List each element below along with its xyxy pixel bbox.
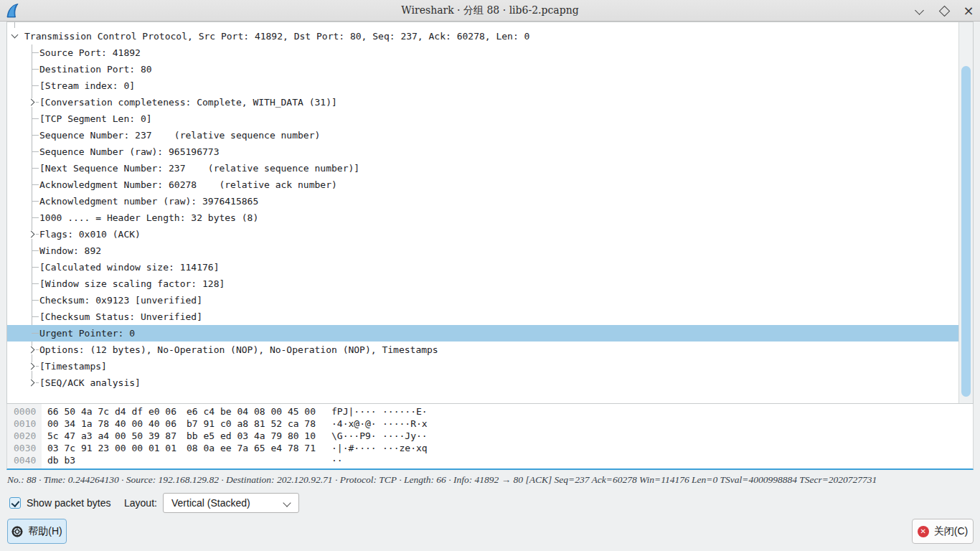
- tree-row[interactable]: Flags: 0x010 (ACK): [7, 226, 958, 242]
- chevron-right-icon[interactable]: [27, 98, 36, 107]
- window-title: Wireshark · 分组 88 · lib6-2.pcapng: [0, 0, 980, 21]
- tree-row[interactable]: [TCP Segment Len: 0]: [7, 110, 958, 127]
- tree-row-label: Acknowledgment Number: 60278 (relative a…: [39, 176, 337, 193]
- hex-ascii: ·4·x@·@·: [331, 418, 377, 430]
- hex-offset: 0040: [14, 454, 36, 466]
- tree-row[interactable]: [Stream index: 0]: [7, 77, 958, 94]
- tree-scrollbar[interactable]: [958, 22, 973, 403]
- close-red-icon: ✕: [918, 526, 929, 537]
- layout-select[interactable]: Vertical (Stacked): [163, 493, 299, 513]
- hex-offset: 0010: [14, 418, 36, 430]
- hex-row[interactable]: 0040db b3··: [7, 454, 973, 466]
- hex-ascii: ····Jy··: [382, 430, 428, 442]
- hex-offset: 0030: [14, 442, 36, 454]
- hex-offset: 0000: [14, 405, 36, 418]
- chevron-right-icon[interactable]: [27, 362, 36, 371]
- titlebar: Wireshark · 分组 88 · lib6-2.pcapng ×: [0, 0, 980, 22]
- packet-bytes-pane[interactable]: 000066 50 4a 7c d4 df e0 06e6 c4 be 04 0…: [6, 404, 974, 470]
- hex-bytes: 5c 47 a3 a4 00 50 39 87: [47, 430, 176, 442]
- tree-connector-tick: [32, 250, 39, 251]
- packet-detail-tree: Transmission Control Protocol, Src Port:…: [6, 22, 974, 404]
- help-icon: [11, 526, 23, 537]
- tree-scrollbar-thumb[interactable]: [961, 66, 971, 397]
- hex-offset: 0020: [14, 430, 36, 442]
- hex-row[interactable]: 001000 34 1a 78 40 00 40 06b7 91 c0 a8 8…: [7, 418, 973, 430]
- tree-row-label: [TCP Segment Len: 0]: [39, 110, 152, 127]
- controls-row: Show packet bytes Layout: Vertical (Stac…: [0, 492, 980, 514]
- tree-row[interactable]: Transmission Control Protocol, Src Port:…: [7, 28, 958, 44]
- tree-row[interactable]: [Window size scaling factor: 128]: [7, 276, 958, 292]
- tree-row-label: [Next Sequence Number: 237 (relative seq…: [39, 160, 359, 176]
- tree-row[interactable]: Sequence Number: 237 (relative sequence …: [7, 127, 958, 143]
- minimize-icon[interactable]: [914, 5, 925, 17]
- show-packet-bytes-checkbox[interactable]: [9, 497, 21, 509]
- hex-bytes: e6 c4 be 04 08 00 45 00: [187, 405, 316, 418]
- chevron-right-icon[interactable]: [27, 379, 36, 387]
- chevron-down-icon: [284, 500, 290, 506]
- hex-bytes: db b3: [47, 454, 75, 466]
- tree-connector-tick: [32, 316, 39, 317]
- tree-connector-tick: [32, 333, 39, 334]
- chevron-right-icon[interactable]: [27, 230, 36, 239]
- tree-connector-tick: [32, 300, 39, 301]
- hex-ascii: ·|·#····: [331, 442, 377, 454]
- tree-row-label: Destination Port: 80: [39, 61, 152, 77]
- tree-row-label: 1000 .... = Header Length: 32 bytes (8): [39, 209, 258, 226]
- hex-ascii: ······E·: [382, 405, 428, 418]
- tree-row-label: [Stream index: 0]: [39, 77, 135, 94]
- help-button[interactable]: 帮助(H): [7, 519, 67, 544]
- tree-row[interactable]: [Next Sequence Number: 237 (relative seq…: [7, 160, 958, 176]
- maximize-icon[interactable]: [938, 5, 950, 17]
- hex-bytes: 03 7c 91 23 00 00 01 01: [47, 442, 176, 454]
- tree-row-label: Acknowledgment number (raw): 3976415865: [39, 193, 258, 209]
- tree-row-label: Checksum: 0x9123 [unverified]: [39, 292, 202, 309]
- close-button[interactable]: ✕ 关闭(C): [912, 519, 974, 544]
- tree-row[interactable]: Checksum: 0x9123 [unverified]: [7, 292, 958, 309]
- hex-bytes: 00 34 1a 78 40 00 40 06: [47, 418, 176, 430]
- hex-ascii: ··: [331, 454, 343, 466]
- tree-row-label: [Timestamps]: [39, 358, 107, 375]
- tree-row-label: Transmission Control Protocol, Src Port:…: [24, 28, 529, 44]
- chevron-down-icon[interactable]: [11, 32, 19, 41]
- tree-row[interactable]: Destination Port: 80: [7, 61, 958, 77]
- tree-connector-tick: [32, 283, 39, 284]
- hex-row[interactable]: 003003 7c 91 23 00 00 01 0108 0a ee 7a 6…: [7, 442, 973, 454]
- tree-row[interactable]: Source Port: 41892: [7, 44, 958, 61]
- tree-row-label: Urgent Pointer: 0: [39, 325, 135, 342]
- tree-connector-tick: [32, 151, 39, 152]
- tree-row-label: [Window size scaling factor: 128]: [39, 276, 225, 292]
- close-window-icon[interactable]: ×: [963, 5, 974, 17]
- tree-row-label: [Calculated window size: 114176]: [39, 259, 219, 276]
- tree-connector-tick: [32, 201, 39, 202]
- tree-row[interactable]: Urgent Pointer: 0: [7, 325, 958, 342]
- hex-ascii: ·····R·x: [382, 418, 428, 430]
- hex-row[interactable]: 000066 50 4a 7c d4 df e0 06e6 c4 be 04 0…: [7, 405, 973, 418]
- tree-connector-tick: [32, 52, 39, 53]
- hex-ascii: \G···P9·: [331, 430, 377, 442]
- tree-row[interactable]: [Conversation completeness: Complete, WI…: [7, 94, 958, 110]
- close-button-label: 关闭(C): [934, 525, 968, 538]
- layout-label: Layout:: [124, 492, 157, 514]
- tree-row[interactable]: Sequence Number (raw): 965196773: [7, 143, 958, 160]
- tree-row[interactable]: Acknowledgment Number: 60278 (relative a…: [7, 176, 958, 193]
- tree-row-label: Window: 892: [39, 242, 101, 259]
- chevron-right-icon[interactable]: [27, 346, 36, 354]
- tree-connector-tick: [32, 217, 39, 218]
- hex-row[interactable]: 00205c 47 a3 a4 00 50 39 87bb e5 ed 03 4…: [7, 430, 973, 442]
- tree-row[interactable]: [Timestamps]: [7, 358, 958, 375]
- show-packet-bytes-label[interactable]: Show packet bytes: [27, 492, 111, 514]
- hex-bytes: 66 50 4a 7c d4 df e0 06: [47, 405, 176, 418]
- tree-row[interactable]: Window: 892: [7, 242, 958, 259]
- help-button-label: 帮助(H): [28, 525, 62, 538]
- tree-row[interactable]: 1000 .... = Header Length: 32 bytes (8): [7, 209, 958, 226]
- tree-row[interactable]: [SEQ/ACK analysis]: [7, 375, 958, 391]
- tree-connector-tick: [32, 267, 39, 268]
- tree-row[interactable]: [Calculated window size: 114176]: [7, 259, 958, 276]
- hex-bytes: b7 91 c0 a8 81 52 ca 78: [187, 418, 316, 430]
- tree-row[interactable]: Acknowledgment number (raw): 3976415865: [7, 193, 958, 209]
- tree-row-label: Source Port: 41892: [39, 44, 141, 61]
- tree-row[interactable]: Options: (12 bytes), No-Operation (NOP),…: [7, 342, 958, 358]
- tree-connector-tick: [32, 184, 39, 185]
- tree-row[interactable]: [Checksum Status: Unverified]: [7, 309, 958, 325]
- tree-rows: Transmission Control Protocol, Src Port:…: [7, 22, 958, 403]
